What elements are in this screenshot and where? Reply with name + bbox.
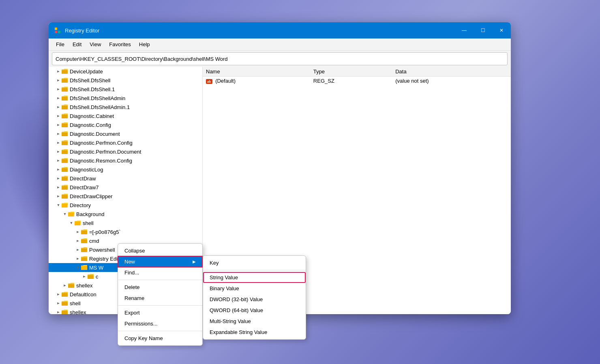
ctx-collapse[interactable]: Collapse: [118, 245, 202, 256]
folder-icon: [62, 113, 68, 119]
tree-label: Powershell: [89, 247, 115, 253]
values-table: Name Type Data ab (Default) REG_SZ (valu…: [203, 67, 511, 85]
expand-icon[interactable]: ►: [55, 113, 62, 119]
expand-icon[interactable]: ►: [55, 309, 62, 314]
tree-item-directdraw[interactable]: ► DirectDraw: [49, 174, 202, 183]
expand-icon[interactable]: ►: [55, 300, 62, 306]
expand-icon[interactable]: ►: [55, 68, 62, 75]
tree-item-diag-config[interactable]: ► Diagnostic.Config: [49, 120, 202, 129]
ctx-export[interactable]: Export: [118, 307, 202, 318]
folder-icon: [81, 238, 88, 244]
col-name: Name: [203, 67, 310, 77]
folder-icon: [81, 247, 88, 253]
tree-label: Diagnostic.Document: [70, 131, 120, 137]
folder-icon: [62, 193, 68, 199]
expand-icon[interactable]: ►: [55, 157, 62, 164]
sub-multistring-value[interactable]: Multi-String Value: [203, 316, 306, 327]
tree-item-diag-doc[interactable]: ► Diagnostic.Document: [49, 129, 202, 138]
tree-item-dfshelladmin1[interactable]: ► DfsShell.DfsShellAdmin.1: [49, 103, 202, 111]
tree-item-directory[interactable]: ▼ Directory: [49, 201, 202, 210]
expand-icon[interactable]: ►: [55, 166, 62, 173]
ctx-find[interactable]: Find...: [118, 267, 202, 278]
expand-icon[interactable]: ►: [55, 148, 62, 155]
folder-icon: [62, 149, 68, 154]
folder-open-icon: [75, 220, 81, 226]
expand-icon[interactable]: ▼: [62, 211, 68, 217]
expand-icon[interactable]: ▼: [55, 202, 62, 208]
tree-item-directdrawclipper[interactable]: ► DirectDrawClipper: [49, 192, 202, 201]
folder-icon: [62, 184, 68, 190]
ctx-new[interactable]: New ▶: [118, 256, 202, 267]
folder-icon: [62, 131, 68, 137]
expand-icon[interactable]: ►: [55, 184, 62, 191]
col-type: Type: [310, 67, 392, 77]
minimize-button[interactable]: —: [455, 22, 474, 39]
tree-item-diag-cabinet[interactable]: ► Diagnostic.Cabinet: [49, 111, 202, 120]
maximize-button[interactable]: ☐: [474, 22, 492, 39]
tree-item-diag-perfmon-doc[interactable]: ► Diagnostic.Perfmon.Document: [49, 147, 202, 156]
ctx-permissions[interactable]: Permissions...: [118, 318, 202, 329]
addressbar-value: Computer\HKEY_CLASSES_ROOT\Directory\Bac…: [56, 56, 228, 62]
expand-icon[interactable]: ►: [55, 104, 62, 110]
menu-edit[interactable]: Edit: [69, 40, 86, 49]
tree-item-directdraw7[interactable]: ► DirectDraw7: [49, 183, 202, 192]
expand-icon[interactable]: ►: [55, 95, 62, 101]
sub-key[interactable]: Key: [203, 257, 306, 268]
expand-icon[interactable]: ►: [55, 131, 62, 137]
tree-item-diaglog[interactable]: ► DiagnosticLog: [49, 165, 202, 174]
tree-item-dfshelladmin[interactable]: ► DfsShell.DfsShellAdmin: [49, 94, 202, 103]
ctx-rename[interactable]: Rename: [118, 293, 202, 304]
expand-icon[interactable]: ►: [81, 273, 88, 280]
expand-icon[interactable]: ►: [55, 122, 62, 128]
sub-qword-value[interactable]: QWORD (64-bit) Value: [203, 305, 306, 316]
context-menu: Collapse New ▶ Find... Delete Rename Exp…: [118, 243, 203, 346]
tree-label: DiagnosticLog: [70, 167, 103, 173]
expand-icon[interactable]: ►: [55, 175, 62, 182]
sub-binary-value[interactable]: Binary Value: [203, 283, 306, 294]
sub-dword-value[interactable]: DWORD (32-bit) Value: [203, 294, 306, 305]
expand-icon[interactable]: ►: [55, 86, 62, 92]
addressbar[interactable]: Computer\HKEY_CLASSES_ROOT\Directory\Bac…: [52, 52, 508, 65]
ctx-sep3: [118, 331, 202, 331]
svg-rect-3: [58, 31, 60, 33]
menu-help[interactable]: Help: [135, 40, 154, 49]
tree-label: Directory: [70, 202, 91, 208]
folder-icon: [81, 229, 88, 235]
expand-icon[interactable]: ►: [55, 139, 62, 146]
expand-icon[interactable]: ▼: [68, 220, 75, 226]
expand-icon[interactable]: ►: [75, 255, 81, 262]
tree-label: DfsShell.DfsShellAdmin: [70, 95, 125, 101]
close-button[interactable]: ✕: [492, 22, 511, 39]
expand-icon[interactable]: ▼: [75, 264, 81, 271]
tree-label: Diagnostic.Config: [70, 122, 111, 128]
tree-item-dfsshell1[interactable]: ► DfsShell.DfsShell.1: [49, 85, 202, 94]
sub-expandable-value[interactable]: Expandable String Value: [203, 327, 306, 338]
tree-label: DfsShell.DfsShell.1: [70, 86, 115, 92]
expand-icon[interactable]: ►: [55, 77, 62, 84]
ctx-copykey[interactable]: Copy Key Name: [118, 333, 202, 344]
expand-icon[interactable]: ►: [62, 282, 68, 289]
titlebar-title: Registry Editor: [65, 28, 99, 34]
menu-favorites[interactable]: Favorites: [105, 40, 135, 49]
expand-icon[interactable]: ►: [75, 246, 81, 253]
expand-icon[interactable]: ►: [75, 238, 81, 244]
tree-item-special[interactable]: ► =[-p0o876g5`: [49, 227, 202, 236]
menu-file[interactable]: File: [52, 40, 69, 49]
ctx-delete[interactable]: Delete: [118, 282, 202, 293]
expand-icon[interactable]: ►: [55, 193, 62, 199]
expand-icon[interactable]: ►: [75, 229, 81, 235]
ab-icon: ab: [206, 79, 212, 84]
folder-icon: [62, 309, 68, 314]
tree-item-diag-perfmon-config[interactable]: ► Diagnostic.Perfmon.Config: [49, 138, 202, 147]
sub-string-value[interactable]: String Value: [203, 272, 306, 283]
folder-icon: [62, 69, 68, 74]
menu-view[interactable]: View: [86, 40, 105, 49]
tree-item-dfsshell[interactable]: ► DfsShell.DfsShell: [49, 76, 202, 85]
table-row[interactable]: ab (Default) REG_SZ (value not set): [203, 77, 511, 86]
folder-icon: [88, 274, 94, 279]
tree-item-deviceupdate[interactable]: ► DeviceUpdate: [49, 67, 202, 76]
tree-item-diag-resmon[interactable]: ► Diagnostic.Resmon.Config: [49, 156, 202, 165]
tree-item-background[interactable]: ▼ Background: [49, 210, 202, 218]
expand-icon[interactable]: ►: [55, 291, 62, 298]
tree-item-shell-bg[interactable]: ▼ shell: [49, 218, 202, 227]
